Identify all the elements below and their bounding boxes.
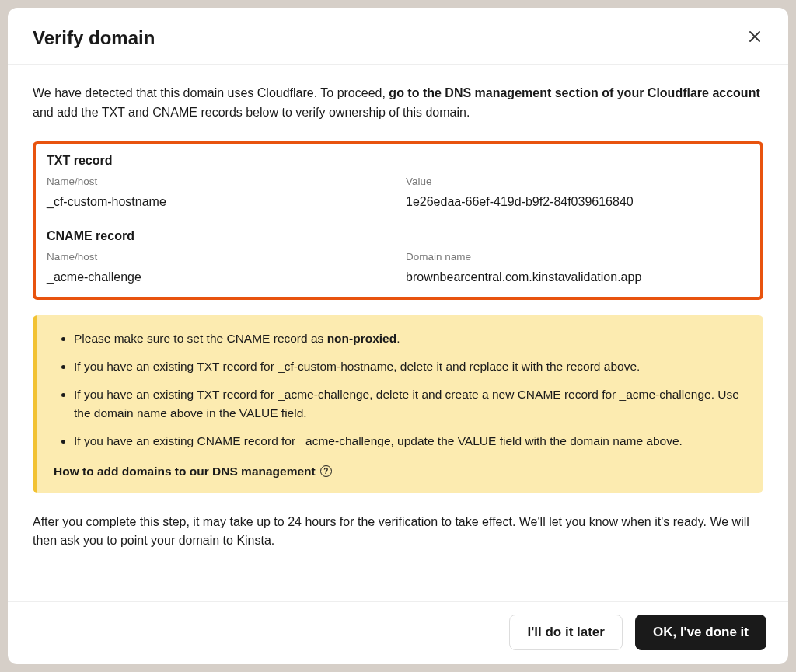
verify-domain-modal: Verify domain We have detected that this…	[8, 8, 788, 664]
bullet1-prefix: Please make sure to set the CNAME record…	[74, 332, 327, 345]
later-button[interactable]: I'll do it later	[509, 615, 622, 650]
help-link[interactable]: How to add domains to our DNS management…	[54, 465, 332, 479]
txt-record-title: TXT record	[47, 154, 749, 168]
intro-suffix: and add the TXT and CNAME records below …	[33, 106, 470, 119]
callout-bullet-4: If you have an existing CNAME record for…	[74, 432, 746, 451]
callout-bullet-2: If you have an existing TXT record for _…	[74, 357, 746, 376]
modal-footer: I'll do it later OK, I've done it	[8, 601, 788, 664]
cname-domain-label: Domain name	[406, 251, 749, 263]
done-button[interactable]: OK, I've done it	[635, 615, 766, 650]
close-icon	[749, 30, 760, 45]
intro-prefix: We have detected that this domain uses C…	[33, 86, 389, 99]
dns-records-box: TXT record Name/host _cf-custom-hostname…	[33, 141, 763, 300]
modal-title: Verify domain	[33, 27, 155, 49]
cname-domain-value: brownbearcentral.com.kinstavalidation.ap…	[406, 270, 749, 284]
modal-header: Verify domain	[8, 8, 788, 65]
closing-text: After you complete this step, it may tak…	[33, 513, 763, 552]
info-callout: Please make sure to set the CNAME record…	[33, 315, 763, 493]
close-button[interactable]	[746, 26, 763, 49]
intro-text: We have detected that this domain uses C…	[33, 84, 763, 123]
cname-record-title: CNAME record	[47, 229, 749, 243]
cname-record-section: CNAME record Name/host _acme-challenge D…	[47, 229, 749, 284]
help-link-text: How to add domains to our DNS management	[54, 465, 316, 479]
help-icon: ?	[320, 465, 332, 477]
txt-record-section: TXT record Name/host _cf-custom-hostname…	[47, 154, 749, 209]
cname-name-value: _acme-challenge	[47, 270, 390, 284]
cname-name-label: Name/host	[47, 251, 390, 263]
modal-body: We have detected that this domain uses C…	[8, 65, 788, 601]
txt-name-value: _cf-custom-hostname	[47, 195, 390, 209]
bullet1-suffix: .	[396, 332, 400, 345]
callout-bullet-1: Please make sure to set the CNAME record…	[74, 329, 746, 348]
txt-value-value: 1e26edaa-66ef-419d-b9f2-84f039616840	[406, 195, 749, 209]
callout-bullet-3: If you have an existing TXT record for _…	[74, 385, 746, 423]
txt-value-label: Value	[406, 176, 749, 187]
bullet1-bold: non-proxied	[327, 332, 397, 345]
intro-bold: go to the DNS management section of your…	[389, 86, 759, 99]
txt-name-label: Name/host	[47, 176, 390, 187]
